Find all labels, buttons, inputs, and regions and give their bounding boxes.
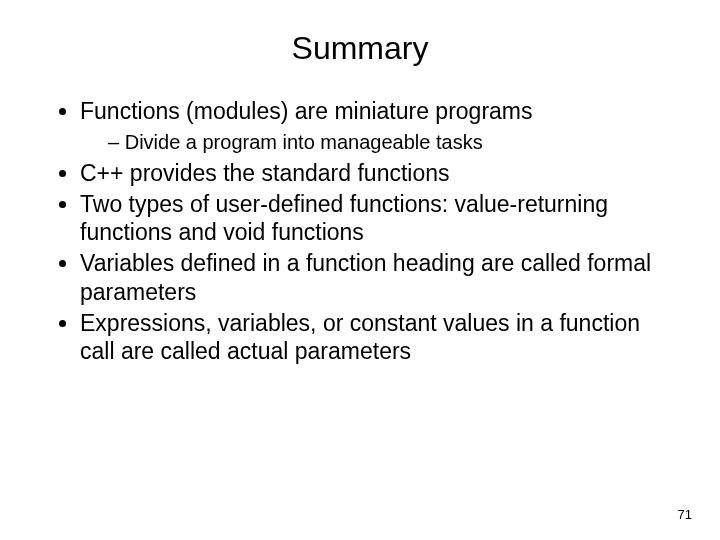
page-number: 71 — [678, 507, 692, 522]
bullet-item: C++ provides the standard functions — [80, 159, 680, 188]
bullet-text: C++ provides the standard functions — [80, 160, 450, 186]
bullet-text: Expressions, variables, or constant valu… — [80, 310, 640, 365]
sub-bullet-item: Divide a program into manageable tasks — [108, 130, 680, 155]
slide-title: Summary — [0, 0, 720, 97]
slide-content: Functions (modules) are miniature progra… — [0, 97, 720, 366]
bullet-text: Functions (modules) are miniature progra… — [80, 98, 533, 124]
slide: Summary Functions (modules) are miniatur… — [0, 0, 720, 540]
bullet-text: Variables defined in a function heading … — [80, 250, 651, 305]
bullet-list: Functions (modules) are miniature progra… — [40, 97, 680, 366]
sub-bullet-list: Divide a program into manageable tasks — [80, 130, 680, 155]
bullet-item: Two types of user-defined functions: val… — [80, 190, 680, 248]
bullet-item: Functions (modules) are miniature progra… — [80, 97, 680, 155]
bullet-text: Two types of user-defined functions: val… — [80, 191, 608, 246]
sub-bullet-text: Divide a program into manageable tasks — [125, 131, 483, 153]
bullet-item: Variables defined in a function heading … — [80, 249, 680, 307]
bullet-item: Expressions, variables, or constant valu… — [80, 309, 680, 367]
